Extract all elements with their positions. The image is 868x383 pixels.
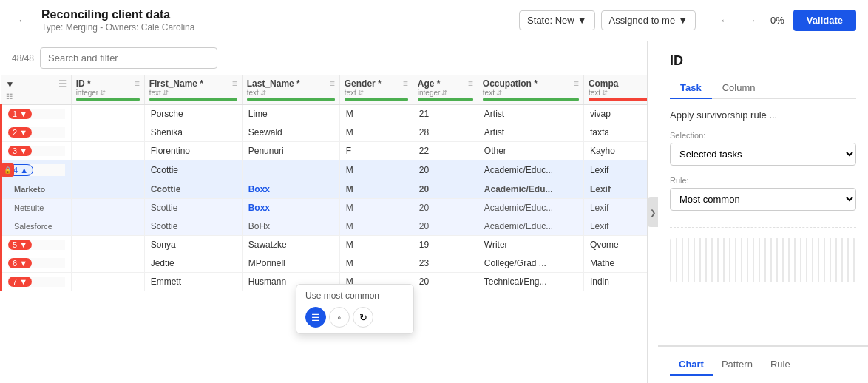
tab-column[interactable]: Column (712, 78, 766, 99)
state-dropdown[interactable]: State: New ▼ (519, 10, 594, 30)
cell-firstname: Emmett (144, 273, 242, 291)
cell-firstname: Jedtie (144, 254, 242, 273)
popup-label: Use most common (301, 289, 409, 302)
cell-id (71, 199, 144, 217)
row-header-cell: 6 ▼ (1, 254, 72, 273)
table-row: 2 ▼ Shenika Seewald M 28 Artist faxfa (1, 123, 648, 142)
selection-select[interactable]: Selected tasks All tasks (670, 143, 856, 166)
col-header-firstname: First_Name * ≡ text ⇵ (144, 75, 242, 104)
row-badge-1[interactable]: 1 ▼ (8, 109, 32, 119)
sort-icon[interactable]: ⇵ (441, 89, 447, 97)
row-badge-5[interactable]: 5 ▼ (8, 240, 32, 250)
cell-comp: Lexif (583, 180, 647, 199)
apply-rule-text: Apply survivorship rule ... (670, 109, 856, 121)
app-container: ← Reconciling client data Type: Merging … (0, 0, 868, 383)
col-age-type: integer (418, 89, 441, 97)
sort-icon[interactable]: ⇵ (100, 89, 106, 97)
right-bottom-tabs: Chart Pattern Rule (670, 354, 856, 376)
col-menu-icon[interactable]: ≡ (574, 78, 579, 89)
popup-clock-btn[interactable]: ◦ (329, 307, 350, 328)
col-header-rownum: ▼ ☰ ☷ (1, 75, 72, 104)
row-header-cell: 1 ▼ (1, 104, 72, 123)
header: ← Reconciling client data Type: Merging … (0, 0, 868, 41)
cell-comp: vivap (583, 104, 647, 123)
left-panel: 48/48 ▼ ☰ (0, 41, 648, 383)
validate-button[interactable]: Validate (793, 10, 856, 31)
cell-gender: M (339, 199, 413, 217)
cell-firstname: Ccottie (144, 160, 242, 180)
search-input[interactable] (40, 47, 217, 69)
cell-gender: M (339, 123, 413, 142)
cell-age: 22 (413, 142, 478, 160)
col-menu-icon[interactable]: ≡ (468, 78, 473, 89)
row-badge-7[interactable]: 7 ▼ (8, 277, 32, 287)
row-badge-6[interactable]: 6 ▼ (8, 258, 32, 268)
popup-list-btn[interactable]: ☰ (305, 307, 326, 328)
cell-firstname: Porsche (144, 104, 242, 123)
cell-firstname: Shenika (144, 123, 242, 142)
popup-refresh-btn[interactable]: ↻ (353, 307, 373, 328)
cell-firstname: Ccottie (144, 180, 242, 199)
tab-pattern[interactable]: Pattern (713, 354, 762, 376)
col-firstname-label: First_Name * (149, 78, 203, 89)
cell-gender: M (339, 160, 413, 180)
nav-forward-button[interactable]: → (741, 10, 762, 31)
cell-id (71, 180, 144, 199)
header-controls: State: New ▼ Assigned to me ▼ ← → 0% Val… (519, 10, 856, 31)
col-header-age: Age * ≡ integer ⇵ (413, 75, 478, 104)
cell-firstname: Scottie (144, 217, 242, 236)
row-header-cell: 7 ▼ (1, 273, 72, 291)
col-menu-icon[interactable]: ≡ (135, 78, 140, 89)
page-title: Reconciling client data (41, 8, 519, 21)
cell-occ: Writer (478, 236, 583, 254)
right-divider (670, 227, 856, 228)
cell-gender: M (339, 180, 413, 199)
col-menu-icon[interactable]: ≡ (403, 78, 408, 89)
assigned-dropdown[interactable]: Assigned to me ▼ (601, 10, 696, 30)
cell-comp: faxfa (583, 123, 647, 142)
back-button[interactable]: ← (12, 10, 33, 31)
col-id-type: integer (76, 89, 99, 97)
cell-occ: Artist (478, 104, 583, 123)
cell-gender: M (339, 104, 413, 123)
table-row: Marketo Ccottie Boxx M 20 Academic/Edu..… (1, 180, 648, 199)
lock-icon: 🔒 (1, 163, 14, 177)
sort-icon[interactable]: ⇵ (602, 89, 608, 97)
cell-occ: Technical/Eng... (478, 273, 583, 291)
col-occ-type: text (483, 89, 495, 97)
cell-occ: Academic/Edu... (478, 180, 583, 199)
row-badge-2[interactable]: 2 ▼ (8, 127, 32, 138)
cell-occ: Academic/Educ... (478, 217, 583, 236)
col-menu-icon[interactable]: ≡ (330, 78, 335, 89)
popup-icons: ☰ ◦ ↻ (301, 305, 409, 329)
sort-icon[interactable]: ⇵ (496, 89, 502, 97)
main-layout: 48/48 ▼ ☰ (0, 41, 868, 383)
nav-back-button[interactable]: ← (714, 10, 735, 31)
sort-icon[interactable]: ⇵ (260, 89, 266, 97)
col-menu-icon[interactable]: ≡ (232, 78, 237, 89)
state-label: State: New (527, 15, 574, 26)
sub-row-source-cell: Marketo (1, 180, 72, 199)
col-company-label: Compa (589, 78, 619, 89)
grid-icon: ☷ (6, 92, 13, 101)
cell-comp: Lexif (583, 199, 647, 217)
col-indicator (589, 98, 647, 101)
source-label: Netsuite (8, 200, 50, 215)
col-indicator (418, 98, 473, 101)
sub-row-source-cell: Salesforce (1, 217, 72, 236)
rule-select[interactable]: Most common Most recent Least recent Lon… (670, 188, 856, 211)
left-toolbar: 48/48 (0, 41, 647, 75)
sort-icon[interactable]: ⇵ (163, 89, 169, 97)
cell-comp: Indin (583, 273, 647, 291)
tab-task[interactable]: Task (670, 78, 712, 99)
table-row: Salesforce Scottie BoHx M 20 Academic/Ed… (1, 217, 648, 236)
col-menu-icon[interactable]: ☰ (58, 79, 67, 89)
right-collapse-tab[interactable]: ❯ (648, 197, 658, 227)
source-label: Marketo (8, 182, 51, 197)
table-container[interactable]: ▼ ☰ ☷ (0, 75, 647, 383)
row-badge-3[interactable]: 3 ▼ (8, 146, 32, 156)
tab-chart[interactable]: Chart (670, 354, 713, 376)
sub-row-source-cell: Netsuite (1, 199, 72, 217)
tab-rule[interactable]: Rule (762, 354, 799, 376)
sort-icon[interactable]: ⇵ (358, 89, 364, 97)
